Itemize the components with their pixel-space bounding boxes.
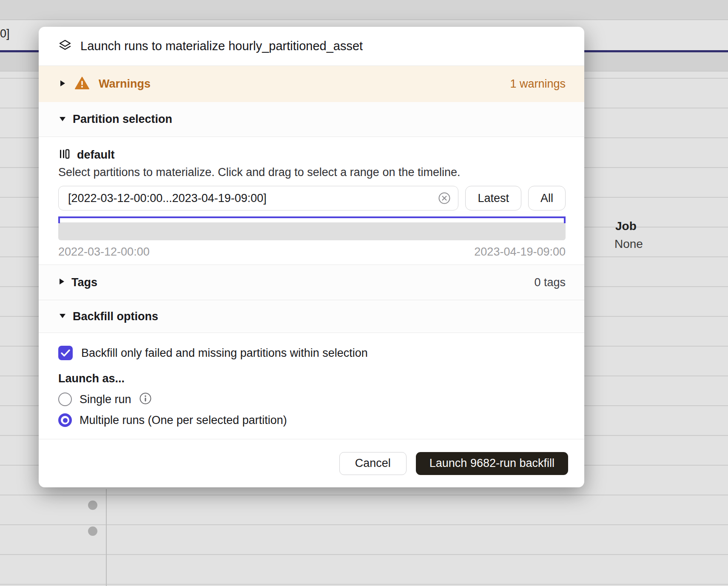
- materialize-icon: [58, 39, 72, 54]
- selected-range-indicator[interactable]: [58, 216, 566, 222]
- cancel-button[interactable]: Cancel: [339, 452, 407, 475]
- background-column-divider: [106, 489, 107, 586]
- tags-count: 0 tags: [534, 276, 566, 289]
- launch-backfill-dialog: Launch runs to materialize hourly_partit…: [39, 27, 584, 487]
- range-start-label: 2022-03-12-00:00: [58, 245, 150, 259]
- dialog-header: Launch runs to materialize hourly_partit…: [39, 27, 584, 66]
- launch-as-label: Launch as...: [58, 372, 566, 385]
- info-icon[interactable]: [139, 392, 152, 407]
- partition-range-input[interactable]: [58, 186, 458, 211]
- background-top-strip: [0, 0, 728, 20]
- warnings-section-header[interactable]: Warnings 1 warnings: [39, 66, 584, 102]
- clear-selection-icon[interactable]: [438, 192, 451, 205]
- tags-section-header[interactable]: Tags 0 tags: [39, 265, 584, 300]
- launch-backfill-button[interactable]: Launch 9682-run backfill: [416, 452, 568, 475]
- backfill-options-content: Backfill only failed and missing partiti…: [39, 333, 584, 439]
- single-run-label: Single run: [80, 393, 131, 406]
- background-partial-text: 0]: [0, 27, 10, 40]
- backfill-only-failed-label: Backfill only failed and missing partiti…: [81, 347, 368, 360]
- background-status-dot: [88, 526, 97, 536]
- partition-dimension-icon: [58, 148, 70, 162]
- background-job-value: None: [614, 237, 643, 251]
- dialog-footer: Cancel Launch 9682-run backfill: [39, 439, 584, 487]
- chevron-down-icon: [59, 313, 66, 320]
- partition-timeline[interactable]: [58, 222, 566, 240]
- partition-selection-description: Select partitions to materialize. Click …: [58, 166, 566, 179]
- chevron-right-icon: [60, 80, 65, 88]
- single-run-radio[interactable]: [58, 393, 72, 406]
- backfill-options-section-header[interactable]: Backfill options: [39, 300, 584, 333]
- warning-triangle-icon: [75, 77, 89, 91]
- partition-selection-title: Partition selection: [73, 113, 172, 126]
- range-end-label: 2023-04-19-09:00: [474, 245, 566, 259]
- latest-button[interactable]: Latest: [465, 186, 521, 211]
- warnings-label: Warnings: [99, 77, 151, 91]
- multiple-runs-radio[interactable]: [58, 413, 72, 427]
- chevron-down-icon: [59, 116, 66, 123]
- partition-dimension-name: default: [77, 148, 115, 162]
- tags-title: Tags: [71, 276, 97, 289]
- background-status-dot: [88, 501, 97, 510]
- partition-selection-section-header[interactable]: Partition selection: [39, 102, 584, 137]
- partition-selection-content: default Select partitions to materialize…: [39, 137, 584, 265]
- dialog-title: Launch runs to materialize hourly_partit…: [80, 39, 363, 53]
- backfill-only-failed-checkbox[interactable]: [58, 346, 73, 360]
- warnings-count: 1 warnings: [510, 77, 566, 91]
- backfill-options-title: Backfill options: [73, 310, 158, 323]
- all-button[interactable]: All: [528, 186, 566, 211]
- background-job-column-label: Job: [615, 219, 637, 233]
- multiple-runs-label: Multiple runs (One per selected partitio…: [80, 414, 287, 427]
- chevron-right-icon: [59, 278, 65, 287]
